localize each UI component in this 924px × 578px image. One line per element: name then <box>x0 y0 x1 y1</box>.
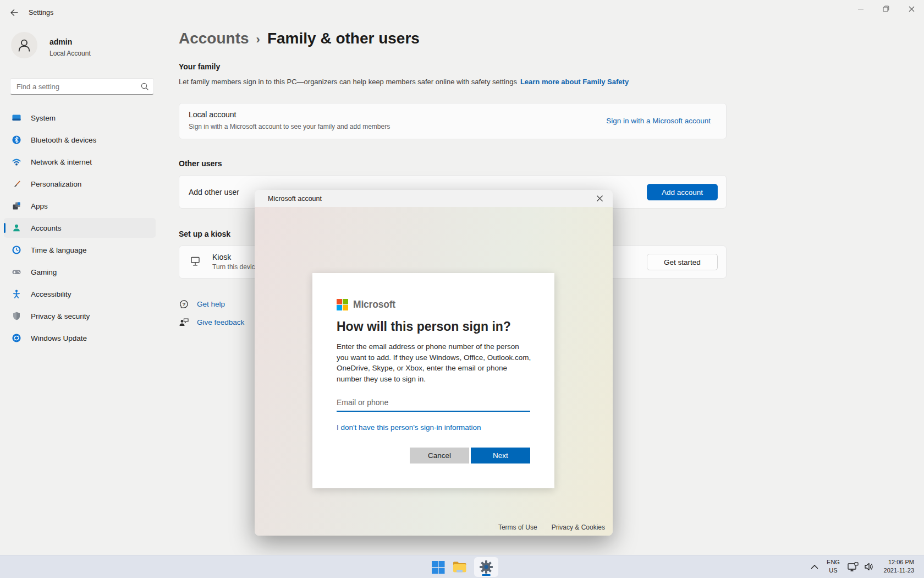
sidebar-item-label: Network & internet <box>31 158 92 166</box>
sidebar-item-privacy[interactable]: Privacy & security <box>4 306 156 326</box>
dialog-close-button[interactable] <box>591 192 608 205</box>
search-box[interactable] <box>10 78 154 95</box>
window-title: Settings <box>29 9 53 17</box>
local-account-title: Local account <box>189 110 236 119</box>
sidebar-item-apps[interactable]: Apps <box>4 196 156 216</box>
sidebar-item-label: System <box>31 114 56 122</box>
breadcrumb: Accounts › Family & other users <box>179 30 420 47</box>
microsoft-logo-icon <box>337 299 348 310</box>
apps-icon <box>12 201 21 211</box>
close-icon <box>909 6 915 12</box>
network-tray-icon[interactable] <box>848 562 860 572</box>
start-icon <box>431 560 445 574</box>
get-help-link[interactable]: ? Get help <box>179 299 225 309</box>
get-help-label: Get help <box>197 300 225 308</box>
gaming-icon <box>12 267 21 277</box>
language-indicator[interactable]: ENG US <box>824 558 843 575</box>
minimize-button[interactable] <box>848 0 873 18</box>
time-language-icon <box>12 245 21 255</box>
file-explorer-button[interactable] <box>450 558 469 576</box>
local-account-subtitle: Sign in with a Microsoft account to see … <box>189 123 390 130</box>
sidebar-item-label: Time & language <box>31 246 87 254</box>
person-avatar-icon <box>16 37 32 53</box>
bluetooth-icon <box>12 135 21 145</box>
avatar <box>11 32 37 58</box>
kiosk-heading: Set up a kiosk <box>179 230 230 238</box>
get-started-button[interactable]: Get started <box>647 254 718 270</box>
accessibility-icon <box>12 289 21 299</box>
dialog-heading: How will this person sign in? <box>337 319 540 334</box>
search-icon[interactable] <box>140 82 149 93</box>
sidebar-item-network[interactable]: Network & internet <box>4 152 156 172</box>
sidebar-nav: System Bluetooth & devices Network & int… <box>4 108 156 350</box>
tray-chevron-up-icon[interactable] <box>811 564 818 569</box>
terms-of-use-link[interactable]: Terms of Use <box>498 524 537 531</box>
settings-window: Settings admin Local Account System <box>0 0 924 578</box>
file-explorer-icon <box>452 560 467 574</box>
sidebar-item-time-language[interactable]: Time & language <box>4 240 156 260</box>
your-family-heading: Your family <box>179 62 220 71</box>
local-account-card: Local account Sign in with a Microsoft a… <box>179 103 727 139</box>
privacy-icon <box>12 311 21 321</box>
volume-tray-icon[interactable] <box>864 562 875 571</box>
sidebar-item-windows-update[interactable]: Windows Update <box>4 328 156 348</box>
microsoft-logo: Microsoft <box>337 299 395 310</box>
active-app-indicator <box>482 574 491 576</box>
sidebar-item-label: Windows Update <box>31 334 87 342</box>
personalization-icon <box>12 179 21 189</box>
sidebar-item-accessibility[interactable]: Accessibility <box>4 284 156 304</box>
sign-in-microsoft-link[interactable]: Sign in with a Microsoft account <box>606 117 711 125</box>
cancel-button[interactable]: Cancel <box>410 448 469 464</box>
breadcrumb-accounts[interactable]: Accounts <box>179 30 249 47</box>
sidebar-item-label: Bluetooth & devices <box>31 136 96 144</box>
sidebar-item-gaming[interactable]: Gaming <box>4 262 156 282</box>
no-sign-in-info-link[interactable]: I don't have this person's sign-in infor… <box>337 423 481 432</box>
close-icon <box>596 195 603 202</box>
family-safety-link[interactable]: Learn more about Family Safety <box>520 78 629 86</box>
back-arrow-icon <box>10 9 19 17</box>
user-name: admin <box>50 37 72 46</box>
give-feedback-link[interactable]: Give feedback <box>179 317 244 328</box>
breadcrumb-separator-icon: › <box>256 32 260 47</box>
accounts-icon <box>12 223 21 233</box>
close-button[interactable] <box>899 0 924 18</box>
dialog-title: Microsoft account <box>268 195 322 203</box>
privacy-cookies-link[interactable]: Privacy & Cookies <box>552 524 605 531</box>
help-icon: ? <box>179 299 189 309</box>
taskbar: ENG US 12:06 PM 2021-11-23 <box>0 555 924 578</box>
search-input[interactable] <box>10 79 153 94</box>
sidebar-item-bluetooth[interactable]: Bluetooth & devices <box>4 130 156 150</box>
tray-time: 12:06 PM <box>876 558 914 566</box>
system-icon <box>12 113 21 123</box>
give-feedback-label: Give feedback <box>197 318 244 326</box>
email-or-phone-input[interactable] <box>337 394 530 412</box>
dialog-titlebar: Microsoft account <box>255 190 613 207</box>
user-account-type: Local Account <box>50 50 91 57</box>
add-account-button[interactable]: Add account <box>647 184 718 200</box>
network-icon <box>12 157 21 167</box>
sign-in-panel: Microsoft How will this person sign in? … <box>312 273 554 488</box>
sidebar-item-label: Apps <box>31 202 48 210</box>
tray-date: 2021-11-23 <box>876 566 914 575</box>
dialog-instructions: Enter the email address or phone number … <box>337 341 532 384</box>
next-button[interactable]: Next <box>471 448 530 464</box>
settings-taskbar-button[interactable] <box>474 557 498 577</box>
back-button[interactable] <box>7 6 22 20</box>
selected-indicator <box>4 223 6 233</box>
feedback-icon <box>179 317 189 328</box>
svg-text:?: ? <box>183 301 186 307</box>
sidebar-item-accounts[interactable]: Accounts <box>4 218 156 238</box>
restore-icon <box>883 6 889 12</box>
sidebar-item-system[interactable]: System <box>4 108 156 128</box>
microsoft-account-dialog: Microsoft account Microsoft How will thi… <box>255 190 613 536</box>
sidebar-item-personalization[interactable]: Personalization <box>4 174 156 194</box>
kiosk-icon <box>189 255 201 268</box>
other-users-heading: Other users <box>179 159 222 168</box>
sidebar-item-label: Accessibility <box>31 290 72 298</box>
your-family-description: Let family members sign in to this PC—or… <box>179 78 629 86</box>
page-title: Family & other users <box>267 30 420 47</box>
sidebar-item-label: Accounts <box>31 224 62 232</box>
restore-button[interactable] <box>873 0 899 18</box>
start-button[interactable] <box>428 558 447 576</box>
clock[interactable]: 12:06 PM 2021-11-23 <box>876 558 914 575</box>
